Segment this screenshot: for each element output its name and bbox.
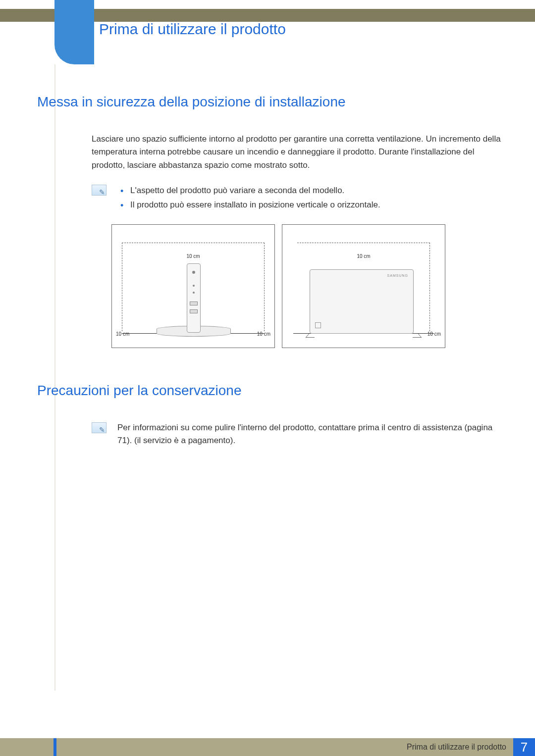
chapter-tab <box>54 0 94 64</box>
diagram-horizontal: 10 cm 10 cm SAMSUNG <box>282 224 445 348</box>
note-block-storage: Per informazioni su come pulire l'intern… <box>92 421 503 448</box>
section-heading-installation: Messa in sicurezza della posizione di in… <box>37 94 503 110</box>
note-item: Il prodotto può essere installato in pos… <box>117 198 380 212</box>
note-icon <box>92 422 107 433</box>
clearance-label-right: 10 cm <box>427 331 442 337</box>
installation-paragraph: Lasciare uno spazio sufficiente intorno … <box>92 133 503 172</box>
page-number: 7 <box>513 738 535 756</box>
clearance-label-left: 10 cm <box>115 331 130 337</box>
footer-chapter-label: Prima di utilizzare il prodotto <box>407 743 513 752</box>
clearance-diagrams: 10 cm 10 cm 10 cm 10 cm 10 cm SAMSUNG <box>111 224 503 348</box>
clearance-label-top: 10 cm <box>356 253 371 259</box>
note-item: L'aspetto del prodotto può variare a sec… <box>117 184 380 198</box>
note-block: L'aspetto del prodotto può variare a sec… <box>92 184 503 212</box>
note-icon <box>92 185 107 196</box>
note-list: L'aspetto del prodotto può variare a sec… <box>117 184 380 212</box>
section-heading-storage: Precauzioni per la conservazione <box>37 383 503 399</box>
page-content: Messa in sicurezza della posizione di in… <box>37 94 503 459</box>
diagram-vertical: 10 cm 10 cm 10 cm <box>111 224 275 348</box>
storage-note-text: Per informazioni su come pulire l'intern… <box>117 421 503 448</box>
page-footer: Prima di utilizzare il prodotto 7 <box>0 738 535 756</box>
brand-label: SAMSUNG <box>387 274 408 277</box>
clearance-label-top: 10 cm <box>185 253 201 259</box>
clearance-label-right: 10 cm <box>256 331 271 337</box>
footer-accent <box>54 738 56 756</box>
chapter-title: Prima di utilizzare il prodotto <box>99 21 286 38</box>
